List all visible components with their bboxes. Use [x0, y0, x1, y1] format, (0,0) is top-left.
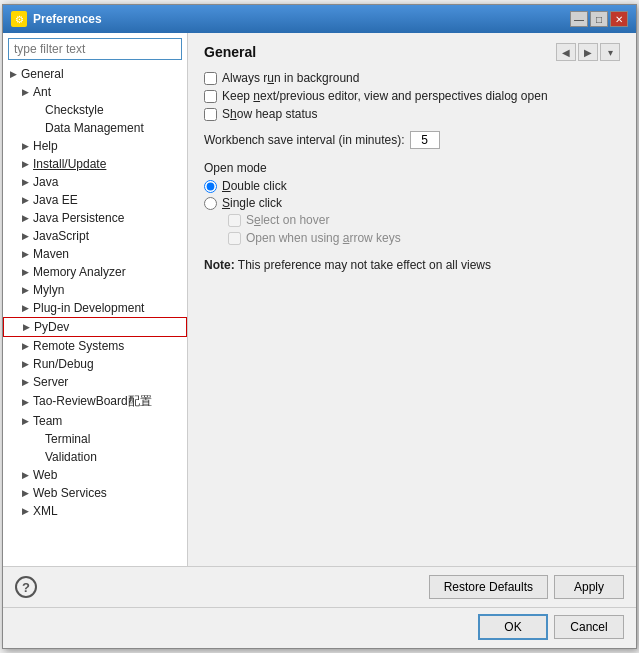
- arrow-icon: [19, 340, 31, 352]
- minimize-button[interactable]: —: [570, 11, 588, 27]
- arrow-icon: [19, 284, 31, 296]
- arrow-icon: [19, 415, 31, 427]
- keep-next-checkbox[interactable]: [204, 90, 217, 103]
- tree-container: General Ant Checkstyle Data Management H…: [3, 65, 187, 566]
- sidebar-item-validation[interactable]: Validation: [3, 448, 187, 466]
- save-interval-row: Workbench save interval (in minutes):: [204, 131, 620, 149]
- always-run-checkbox[interactable]: [204, 72, 217, 85]
- sidebar-item-terminal[interactable]: Terminal: [3, 430, 187, 448]
- single-click-label: Single click: [222, 196, 282, 210]
- arrow-icon: [19, 358, 31, 370]
- arrow-icon: [19, 505, 31, 517]
- sidebar-item-tao-reviewboard[interactable]: Tao-ReviewBoard配置: [3, 391, 187, 412]
- sidebar-item-plugin-development[interactable]: Plug-in Development: [3, 299, 187, 317]
- nav-back-button[interactable]: ◀: [556, 43, 576, 61]
- select-on-hover-checkbox[interactable]: [228, 214, 241, 227]
- open-arrow-checkbox[interactable]: [228, 232, 241, 245]
- arrow-icon: [19, 140, 31, 152]
- sidebar-item-web[interactable]: Web: [3, 466, 187, 484]
- select-on-hover-row: Select on hover: [228, 213, 620, 227]
- sidebar-item-web-services[interactable]: Web Services: [3, 484, 187, 502]
- double-click-radio[interactable]: [204, 180, 217, 193]
- sidebar-item-checkstyle[interactable]: Checkstyle: [3, 101, 187, 119]
- nav-buttons: ◀ ▶ ▾: [556, 43, 620, 61]
- single-click-radio[interactable]: [204, 197, 217, 210]
- sidebar-item-memory-analyzer[interactable]: Memory Analyzer: [3, 263, 187, 281]
- sidebar-item-data-management[interactable]: Data Management: [3, 119, 187, 137]
- open-arrow-row: Open when using arrow keys: [228, 231, 620, 245]
- arrow-icon: [31, 122, 43, 134]
- arrow-icon: [19, 469, 31, 481]
- arrow-icon: [19, 194, 31, 206]
- cancel-button[interactable]: Cancel: [554, 615, 624, 639]
- open-mode-label: Open mode: [204, 161, 620, 175]
- arrow-icon: [7, 68, 19, 80]
- panel-header: General ◀ ▶ ▾: [204, 43, 620, 61]
- sidebar-item-team[interactable]: Team: [3, 412, 187, 430]
- open-arrow-label: Open when using arrow keys: [246, 231, 401, 245]
- help-button[interactable]: ?: [15, 576, 37, 598]
- close-button[interactable]: ✕: [610, 11, 628, 27]
- keep-next-label: Keep next/previous editor, view and pers…: [222, 89, 548, 103]
- bottom-left: ?: [15, 576, 37, 598]
- arrow-icon: [31, 104, 43, 116]
- arrow-icon: [19, 302, 31, 314]
- always-run-row: Always run in background: [204, 71, 620, 85]
- sidebar-item-ant[interactable]: Ant: [3, 83, 187, 101]
- restore-defaults-button[interactable]: Restore Defaults: [429, 575, 548, 599]
- show-heap-label: Show heap status: [222, 107, 317, 121]
- title-bar-left: ⚙ Preferences: [11, 11, 102, 27]
- keep-next-row: Keep next/previous editor, view and pers…: [204, 89, 620, 103]
- right-panel: General ◀ ▶ ▾ Always run in background K…: [188, 33, 636, 566]
- sidebar-item-maven[interactable]: Maven: [3, 245, 187, 263]
- sidebar-item-install-update[interactable]: Install/Update: [3, 155, 187, 173]
- arrow-icon: [19, 396, 31, 408]
- sidebar-item-pydev[interactable]: PyDev: [3, 317, 187, 337]
- panel-title: General: [204, 44, 256, 60]
- always-run-label: Always run in background: [222, 71, 359, 85]
- bottom-right: Restore Defaults Apply: [429, 575, 624, 599]
- nav-forward-button[interactable]: ▶: [578, 43, 598, 61]
- filter-input[interactable]: [8, 38, 182, 60]
- sidebar-item-javascript[interactable]: JavaScript: [3, 227, 187, 245]
- save-interval-label: Workbench save interval (in minutes):: [204, 133, 405, 147]
- arrow-icon: [19, 230, 31, 242]
- ok-button[interactable]: OK: [478, 614, 548, 640]
- arrow-icon: [19, 376, 31, 388]
- arrow-icon: [19, 266, 31, 278]
- sidebar-item-general[interactable]: General: [3, 65, 187, 83]
- select-on-hover-label: Select on hover: [246, 213, 329, 227]
- sidebar-item-java-ee[interactable]: Java EE: [3, 191, 187, 209]
- sidebar-item-run-debug[interactable]: Run/Debug: [3, 355, 187, 373]
- title-bar: ⚙ Preferences — □ ✕: [3, 5, 636, 33]
- double-click-row: Double click: [204, 179, 620, 193]
- arrow-icon: [19, 487, 31, 499]
- maximize-button[interactable]: □: [590, 11, 608, 27]
- sidebar-item-server[interactable]: Server: [3, 373, 187, 391]
- dialog-content: General Ant Checkstyle Data Management H…: [3, 33, 636, 566]
- dialog-icon: ⚙: [11, 11, 27, 27]
- dialog-title: Preferences: [33, 12, 102, 26]
- sidebar-item-mylyn[interactable]: Mylyn: [3, 281, 187, 299]
- sidebar-item-java[interactable]: Java: [3, 173, 187, 191]
- arrow-icon: [20, 321, 32, 333]
- sidebar-item-remote-systems[interactable]: Remote Systems: [3, 337, 187, 355]
- double-click-label: Double click: [222, 179, 287, 193]
- note-text: Note: This preference may not take effec…: [204, 257, 620, 274]
- apply-button[interactable]: Apply: [554, 575, 624, 599]
- bottom-action-bar: ? Restore Defaults Apply: [3, 566, 636, 607]
- sub-options: Select on hover Open when using arrow ke…: [204, 213, 620, 249]
- sidebar-item-xml[interactable]: XML: [3, 502, 187, 520]
- arrow-icon: [19, 212, 31, 224]
- show-heap-row: Show heap status: [204, 107, 620, 121]
- arrow-icon: [31, 451, 43, 463]
- sidebar-item-help[interactable]: Help: [3, 137, 187, 155]
- title-buttons: — □ ✕: [570, 11, 628, 27]
- nav-dropdown-button[interactable]: ▾: [600, 43, 620, 61]
- save-interval-input[interactable]: [410, 131, 440, 149]
- sidebar-item-java-persistence[interactable]: Java Persistence: [3, 209, 187, 227]
- arrow-icon: [19, 158, 31, 170]
- show-heap-checkbox[interactable]: [204, 108, 217, 121]
- left-panel: General Ant Checkstyle Data Management H…: [3, 33, 188, 566]
- arrow-icon: [31, 433, 43, 445]
